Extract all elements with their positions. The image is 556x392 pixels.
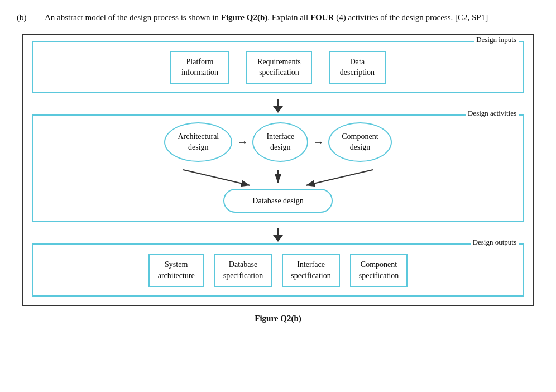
svg-line-3 bbox=[306, 170, 373, 185]
activities-row: Architectural design → Interface design … bbox=[41, 122, 515, 162]
input-requirements: Requirements specification bbox=[246, 51, 312, 84]
output-db-line1: Database bbox=[229, 260, 257, 269]
input-platform-line2: information bbox=[181, 68, 218, 77]
activity-component-line2: design bbox=[350, 143, 371, 151]
output-database-spec: Database specification bbox=[214, 254, 272, 286]
input-platform: Platform information bbox=[170, 51, 229, 84]
section-outputs: Design outputs System architecture Datab… bbox=[32, 243, 524, 296]
output-comp-line1: Component bbox=[361, 260, 397, 269]
input-data: Data description bbox=[329, 51, 386, 84]
arrows-to-db bbox=[41, 170, 515, 187]
activity-database: Database design bbox=[223, 189, 332, 213]
output-comp-line2: specification bbox=[359, 271, 399, 280]
output-db-line2: specification bbox=[223, 271, 263, 280]
activity-interface-line2: design bbox=[270, 143, 291, 151]
output-system-arch: System architecture bbox=[148, 254, 204, 286]
activity-architectural: Architectural design bbox=[164, 122, 232, 162]
activity-database-label: Database design bbox=[252, 197, 303, 205]
input-requirements-line1: Requirements bbox=[257, 58, 301, 66]
question-emphasis: FOUR bbox=[310, 13, 334, 22]
arrow-activities-to-outputs bbox=[32, 227, 524, 243]
question-text-before: An abstract model of the design process … bbox=[45, 13, 221, 22]
question-text-after: . Explain all bbox=[267, 13, 310, 22]
activities-label: Design activities bbox=[466, 109, 519, 118]
figure-caption: Figure Q2(b) bbox=[17, 314, 539, 323]
activity-interface: Interface design bbox=[252, 122, 308, 162]
activity-component: Component design bbox=[328, 122, 391, 162]
db-arrows-svg bbox=[138, 170, 418, 187]
input-data-line1: Data bbox=[350, 58, 365, 66]
output-sys-line2: architecture bbox=[158, 271, 195, 280]
db-row: Database design bbox=[41, 189, 515, 213]
input-requirements-line2: specification bbox=[259, 68, 299, 77]
input-platform-line1: Platform bbox=[186, 58, 214, 66]
diagram-outer: Design inputs Platform information Requi… bbox=[22, 34, 534, 306]
output-component-spec: Component specification bbox=[350, 254, 408, 286]
question-body: An abstract model of the design process … bbox=[45, 11, 488, 24]
input-data-line2: description bbox=[340, 68, 375, 77]
question-text-end: (4) activities of the design process. [C… bbox=[334, 13, 488, 22]
figure-ref: Figure Q2(b) bbox=[221, 13, 267, 22]
inputs-row: Platform information Requirements specif… bbox=[41, 47, 515, 84]
activity-arch-line1: Architectural bbox=[178, 132, 219, 141]
arrow-interface-to-component: → bbox=[313, 136, 324, 149]
question-container: (b) An abstract model of the design proc… bbox=[17, 11, 539, 24]
section-activities: Design activities Architectural design →… bbox=[32, 114, 524, 223]
output-int-line1: Interface bbox=[297, 260, 325, 269]
arrow-inputs-to-activities bbox=[32, 98, 524, 114]
activity-interface-line1: Interface bbox=[266, 132, 294, 141]
svg-line-1 bbox=[183, 170, 250, 185]
activity-component-line1: Component bbox=[342, 132, 378, 141]
section-inputs: Design inputs Platform information Requi… bbox=[32, 41, 524, 93]
outputs-row: System architecture Database specificati… bbox=[41, 250, 515, 286]
output-int-line2: specification bbox=[291, 271, 331, 280]
inputs-label: Design inputs bbox=[474, 35, 519, 44]
output-sys-line1: System bbox=[165, 260, 188, 269]
output-interface-spec: Interface specification bbox=[282, 254, 340, 286]
part-label: (b) bbox=[17, 11, 33, 24]
arrow-arch-to-interface: → bbox=[237, 136, 248, 149]
outputs-label: Design outputs bbox=[471, 238, 519, 247]
activity-arch-line2: design bbox=[188, 143, 209, 151]
